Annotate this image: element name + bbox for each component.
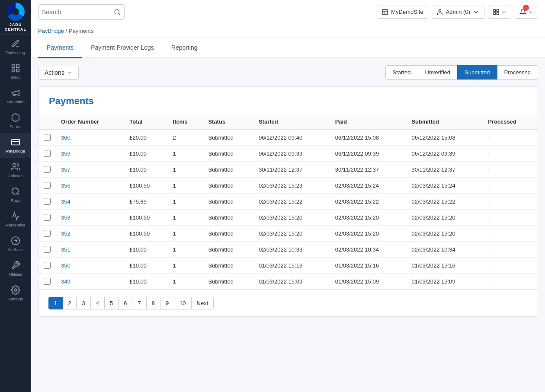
row-total: £75.89	[124, 194, 167, 210]
page-btn-1[interactable]: 1	[48, 297, 63, 309]
pencil-icon	[11, 39, 20, 48]
sidebar-item-egov[interactable]: eGov	[0, 59, 31, 84]
sidebar-item-publishing[interactable]: Publishing	[0, 35, 31, 59]
sidebar-item-galaxies[interactable]: Galaxies	[0, 158, 31, 182]
page-next-button[interactable]: Next	[191, 297, 214, 309]
table-row: 356 £100.50 1 Submitted 02/03/2022 15:23…	[38, 178, 538, 194]
row-checkbox[interactable]	[44, 198, 51, 205]
sidebar-item-marketing[interactable]: Marketing	[0, 84, 31, 108]
row-paid: 02/03/2022 15:20	[330, 226, 407, 242]
page-btn-5[interactable]: 5	[104, 297, 119, 309]
site-button-label: MyDemoSite	[391, 9, 423, 15]
page-btn-2[interactable]: 2	[62, 297, 77, 309]
row-paid: 06/12/2022 15:08	[330, 130, 407, 146]
app-logo: JADUCENTRAL	[0, 0, 31, 35]
order-link[interactable]: 352	[61, 230, 71, 237]
col-submitted: Submitted	[406, 114, 483, 130]
page-btn-3[interactable]: 3	[76, 297, 90, 309]
breadcrumb-parent[interactable]: PayBridge	[38, 28, 64, 34]
row-total: £100.50	[124, 210, 167, 226]
sidebar-item-paybridge[interactable]: PayBridge	[0, 133, 31, 158]
table-row: 352 £100.50 1 Submitted 02/03/2022 15:20…	[38, 226, 538, 242]
row-status: Submitted	[203, 146, 253, 162]
search-input[interactable]	[42, 9, 111, 16]
sidebar-item-perceptive[interactable]: Perceptive	[0, 207, 31, 232]
row-total: £100.50	[124, 226, 167, 242]
grid-button[interactable]	[488, 6, 511, 19]
row-checkbox[interactable]	[44, 166, 51, 173]
search-button[interactable]	[114, 9, 121, 16]
sidebar-item-egov-label: eGov	[11, 75, 21, 80]
notification-badge	[523, 5, 529, 11]
row-processed: -	[483, 242, 538, 258]
order-link[interactable]: 360	[61, 134, 71, 141]
gear-icon	[11, 285, 20, 295]
svg-point-6	[13, 163, 16, 166]
col-checkbox	[38, 114, 56, 130]
payments-table: Order Number Total Items Status Started …	[38, 114, 538, 290]
row-status: Submitted	[203, 226, 253, 242]
svg-point-17	[439, 10, 441, 12]
tab-payments[interactable]: Payments	[38, 38, 82, 58]
order-link[interactable]: 349	[61, 278, 71, 285]
row-checkbox[interactable]	[44, 182, 51, 189]
svg-rect-3	[16, 69, 19, 72]
grid-icon	[11, 64, 20, 73]
filter-bar: Actions Started Unverified Submitted Pro…	[38, 65, 538, 80]
row-checkbox[interactable]	[44, 150, 51, 157]
sidebar-item-forms[interactable]: Forms	[0, 108, 31, 133]
row-checkbox[interactable]	[44, 230, 51, 237]
status-started-button[interactable]: Started	[385, 65, 418, 80]
row-paid: 02/03/2022 10:34	[330, 242, 407, 258]
sidebar: JADUCENTRAL Publishing eGov Marketing Fo…	[0, 0, 31, 392]
page-btn-8[interactable]: 8	[146, 297, 160, 309]
utilities-icon	[11, 261, 20, 270]
tab-payment-provider-logs[interactable]: Payment Provider Logs	[82, 38, 163, 58]
row-submitted: 02/03/2022 10:34	[406, 242, 483, 258]
page-btn-10[interactable]: 10	[174, 297, 191, 309]
admin-button[interactable]: Admin (0)	[432, 6, 484, 19]
order-link[interactable]: 351	[61, 246, 71, 253]
breadcrumb-separator: /	[66, 28, 69, 34]
sidebar-item-forms-label: Forms	[10, 124, 22, 129]
table-row: 349 £10.00 1 Submitted 01/03/2022 15:09 …	[38, 274, 538, 290]
page-btn-6[interactable]: 6	[118, 297, 132, 309]
actions-button[interactable]: Actions	[38, 66, 79, 80]
status-unverified-button[interactable]: Unverified	[418, 65, 458, 80]
order-link[interactable]: 350	[61, 262, 71, 269]
order-link[interactable]: 359	[61, 150, 71, 157]
row-checkbox[interactable]	[44, 278, 51, 285]
pagination: 12345678910Next	[38, 290, 538, 316]
col-status: Status	[203, 114, 253, 130]
page-btn-7[interactable]: 7	[132, 297, 146, 309]
order-link[interactable]: 353	[61, 214, 71, 221]
content-area: Actions Started Unverified Submitted Pro…	[31, 58, 545, 392]
page-btn-9[interactable]: 9	[160, 297, 174, 309]
row-checkbox[interactable]	[44, 246, 51, 253]
sidebar-item-rupa[interactable]: Rupa	[0, 182, 31, 207]
row-paid: 02/03/2022 15:24	[330, 178, 407, 194]
tab-reporting[interactable]: Reporting	[163, 38, 206, 58]
row-checkbox[interactable]	[44, 262, 51, 269]
order-link[interactable]: 354	[61, 198, 71, 205]
order-link[interactable]: 356	[61, 182, 71, 189]
sidebar-item-settings[interactable]: Settings	[0, 281, 31, 306]
order-link[interactable]: 357	[61, 166, 71, 173]
row-submitted: 02/03/2022 15:22	[406, 194, 483, 210]
row-order: 357	[56, 162, 124, 178]
row-checkbox[interactable]	[44, 134, 51, 141]
notifications-button[interactable]	[515, 6, 538, 19]
tabs: Payments Payment Provider Logs Reporting	[31, 38, 545, 58]
status-processed-button[interactable]: Processed	[497, 65, 538, 80]
status-submitted-button[interactable]: Submitted	[457, 65, 497, 80]
row-items: 1	[168, 194, 203, 210]
sidebar-item-utilities[interactable]: Utilities	[0, 256, 31, 281]
sidebar-item-onbase[interactable]: OnBase	[0, 232, 31, 256]
site-button[interactable]: MyDemoSite	[377, 6, 428, 19]
rupa-icon	[11, 187, 20, 196]
row-paid: 06/12/2022 09:39	[330, 146, 407, 162]
row-items: 1	[168, 162, 203, 178]
row-submitted: 06/12/2022 09:39	[406, 146, 483, 162]
row-checkbox[interactable]	[44, 214, 51, 221]
page-btn-4[interactable]: 4	[90, 297, 105, 309]
